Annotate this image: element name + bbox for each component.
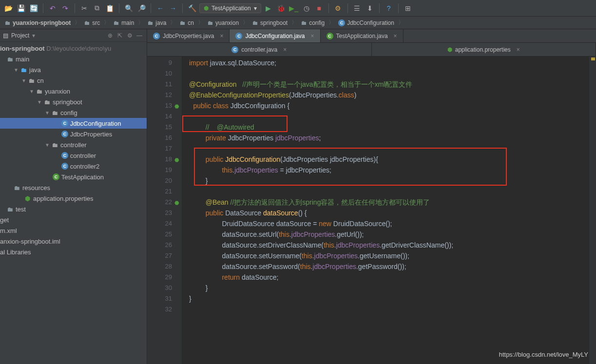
gutter-nav-icon[interactable]: ⬣ [173, 197, 180, 208]
tree-cn[interactable]: ▼🖿cn [0, 75, 147, 86]
close-icon[interactable]: × [517, 46, 520, 53]
tab-appprops[interactable]: ⬢application.properties× [372, 43, 596, 56]
gutter[interactable]: 9101112131415161718192021222324252627282… [147, 57, 182, 364]
tree-root[interactable]: ion-springboot D:\leyou\code\demo\yu [0, 43, 147, 54]
crumb-src[interactable]: 🖿src [82, 19, 102, 27]
crumb-cn[interactable]: 🖿cn [178, 19, 196, 27]
editor-area: CJdbcProperties.java× CJdbcConfiguration… [147, 29, 596, 364]
download-icon[interactable]: ⬇ [365, 3, 375, 14]
gutter-nav-icon[interactable]: ⬣ [173, 101, 180, 112]
class-icon: C [61, 120, 68, 127]
run-config-label: TestApplication [211, 5, 251, 12]
separator [182, 3, 183, 13]
class-runnable-icon: C [53, 173, 59, 180]
warning-marker[interactable] [591, 57, 595, 60]
structure-icon[interactable]: ☰ [352, 3, 363, 14]
close-icon[interactable]: × [220, 33, 223, 39]
open-icon[interactable]: 📂 [3, 3, 14, 14]
back-icon[interactable]: ← [155, 3, 166, 14]
tree-mxml[interactable]: m.xml [0, 225, 147, 236]
properties-icon: ⬢ [447, 46, 452, 53]
code-wrap: 9101112131415161718192021222324252627282… [147, 57, 596, 364]
build-icon[interactable]: 🔨 [187, 3, 197, 14]
tree-iml[interactable]: anxion-springboot.iml [0, 236, 147, 247]
tab-jdbcproperties[interactable]: CJdbcProperties.java× [147, 29, 230, 42]
close-icon[interactable]: × [283, 46, 287, 53]
crumb-config[interactable]: 🖿config [299, 19, 327, 27]
run-config-dropdown[interactable]: ⬢ TestApplication ▾ [199, 3, 261, 13]
crumb-sep: 〉 [198, 19, 204, 27]
crumb-springboot[interactable]: 🖿springboot [250, 19, 289, 27]
crumb-main[interactable]: 🖿main [112, 19, 136, 27]
tree-controller2-class[interactable]: C controller2 [0, 161, 147, 172]
class-runnable-icon: C [327, 33, 333, 39]
paste-icon[interactable]: 📋 [104, 3, 115, 14]
run-icon[interactable]: ▶ [263, 3, 274, 14]
package-icon: 🖿 [51, 141, 58, 149]
separator [151, 3, 151, 13]
class-icon: C [231, 46, 238, 53]
watermark: https://blog.csdn.net/love_MyLY [499, 351, 588, 358]
chevron-down-icon[interactable]: ▾ [32, 32, 35, 39]
save-icon[interactable]: 💾 [16, 3, 26, 14]
help-icon[interactable]: ? [384, 3, 394, 14]
cut-icon[interactable]: ✂ [79, 3, 90, 14]
crumb-class[interactable]: CJdbcConfiguration [336, 19, 396, 27]
gutter-nav-icon[interactable]: ⬣ [173, 154, 180, 165]
tab-row-1: CJdbcProperties.java× CJdbcConfiguration… [147, 29, 596, 43]
coverage-icon[interactable]: ▶⎯ [288, 3, 299, 14]
tree-get[interactable]: get [0, 214, 147, 225]
code-editor[interactable]: import javax.sql.DataSource; @Configurat… [182, 57, 596, 364]
copy-icon[interactable]: ⧉ [92, 3, 102, 14]
tab-controller[interactable]: Ccontroller.java× [147, 43, 372, 56]
tab-testapplication[interactable]: CTestApplication.java× [321, 29, 404, 42]
separator [398, 3, 399, 13]
tree-yuanxion[interactable]: ▼🖿yuanxion [0, 86, 147, 96]
redo-icon[interactable]: ↷ [60, 3, 71, 14]
crumb-project[interactable]: 🖿yuanxion-springboot [3, 19, 73, 27]
find-icon[interactable]: 🔍 [123, 3, 134, 14]
debug-icon[interactable]: 🐞 [276, 3, 287, 14]
profile-icon[interactable]: ◷ [301, 3, 312, 14]
chevron-down-icon: ▼ [20, 78, 27, 83]
chevron-down-icon: ▼ [28, 89, 35, 94]
hide-icon[interactable]: — [135, 31, 144, 40]
main-toolbar: 📂 💾 🔄 ↶ ↷ ✂ ⧉ 📋 🔍 🔎 ← → 🔨 ⬢ TestApplicat… [0, 0, 596, 17]
undo-icon[interactable]: ↶ [47, 3, 58, 14]
collapse-icon[interactable]: ⇱ [115, 31, 124, 40]
close-icon[interactable]: × [394, 33, 397, 39]
tree-libs[interactable]: al Libraries [0, 247, 147, 257]
crumb-sep: 〉 [104, 19, 110, 27]
properties-icon: ⬢ [23, 195, 31, 202]
tree-test[interactable]: 🖿test [0, 204, 147, 214]
separator [43, 3, 43, 13]
switch-icon[interactable]: ⊞ [403, 3, 413, 14]
close-icon[interactable]: × [310, 33, 314, 39]
tree-springboot[interactable]: ▼🖿springboot [0, 96, 147, 107]
replace-icon[interactable]: 🔎 [136, 3, 147, 14]
tree-controller-pkg[interactable]: ▼🖿controller [0, 139, 147, 150]
stop-icon[interactable]: ■ [314, 3, 325, 14]
sync-icon[interactable]: 🔄 [28, 3, 39, 14]
tree-config[interactable]: ▼🖿config [0, 107, 147, 118]
tree-jdbcproperties[interactable]: C JdbcProperties [0, 129, 147, 139]
crumb-sep: 〉 [243, 19, 249, 27]
forward-icon[interactable]: → [168, 3, 178, 14]
crumb-yuanxion[interactable]: 🖿yuanxion [206, 19, 241, 27]
target-icon[interactable]: ⊕ [106, 31, 115, 40]
tree-controller-class[interactable]: C controller [0, 150, 147, 161]
tree-main[interactable]: 🖿main [0, 54, 147, 64]
project-icon: ▤ [3, 32, 8, 39]
tree-testapplication[interactable]: C TestApplication [0, 172, 147, 182]
minimap[interactable] [589, 57, 596, 364]
tree-jdbcconfiguration[interactable]: C JdbcConfiguration [0, 118, 147, 129]
tree-java[interactable]: ▼🖿java [0, 64, 147, 75]
tree-appprops[interactable]: ⬢application.properties [0, 193, 147, 204]
tree-resources[interactable]: 🖿resources [0, 182, 147, 193]
gear-icon[interactable]: ⚙ [125, 31, 134, 40]
tab-jdbcconfiguration[interactable]: CJdbcConfiguration.java× [230, 29, 320, 42]
crumb-java[interactable]: 🖿java [146, 19, 168, 27]
project-sidebar: ▤ Project ▾ ⊕ ⇱ ⚙ — ion-springboot D:\le… [0, 29, 147, 364]
git-icon[interactable]: ⚙ [333, 3, 344, 14]
crumb-sep: 〉 [291, 19, 297, 27]
